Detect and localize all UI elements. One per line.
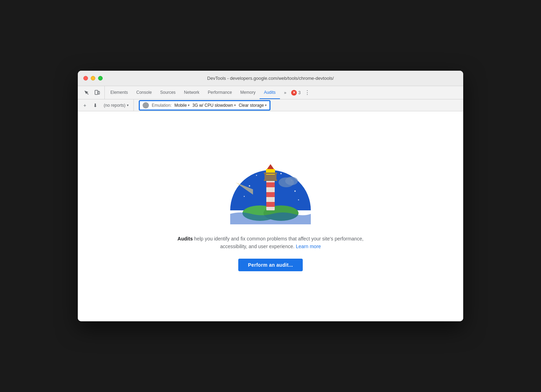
tabs-list: Elements Console Sources Network Perform…: [105, 86, 281, 99]
svg-point-11: [288, 169, 289, 170]
svg-rect-19: [266, 182, 275, 187]
description-body: help you identify and fix common problem…: [193, 236, 363, 249]
svg-rect-21: [266, 202, 275, 207]
learn-more-link[interactable]: Learn more: [296, 244, 321, 249]
mobile-dropdown-arrow: ▾: [188, 103, 190, 107]
maximize-button[interactable]: [98, 76, 103, 80]
svg-rect-20: [266, 192, 275, 197]
import-report-button[interactable]: ⬇: [91, 101, 100, 110]
description-container: Audits help you identify and fix common …: [169, 235, 372, 251]
error-badge-container: ✕ 3: [289, 86, 303, 99]
more-tabs-button[interactable]: »: [281, 86, 289, 99]
tab-performance[interactable]: Performance: [204, 86, 236, 99]
perform-audit-button[interactable]: Perform an audit...: [238, 259, 303, 271]
window-title: DevTools - developers.google.com/web/too…: [207, 76, 334, 81]
description-bold: Audits: [178, 236, 193, 241]
devtools-menu-button[interactable]: ⋮: [303, 88, 312, 97]
svg-point-10: [298, 199, 299, 200]
toolbar-left: + ⬇ (no reports) ▾: [81, 99, 134, 111]
tab-network[interactable]: Network: [180, 86, 204, 99]
reports-dropdown-arrow: ▾: [127, 103, 129, 107]
network-dropdown-arrow: ▾: [234, 103, 236, 107]
svg-point-5: [256, 175, 257, 176]
run-icon: [143, 102, 149, 108]
emulation-label: Emulation:: [152, 103, 172, 108]
emulation-highlight-box: Emulation: Mobile ▾ 3G w/ CPU slowdown ▾…: [139, 100, 270, 111]
close-button[interactable]: [83, 76, 88, 80]
svg-point-4: [249, 185, 250, 187]
error-icon: ✕: [291, 90, 297, 96]
mobile-dropdown[interactable]: Mobile ▾: [174, 103, 190, 108]
add-report-button[interactable]: +: [81, 101, 89, 110]
titlebar: DevTools - developers.google.com/web/too…: [78, 71, 463, 86]
tab-elements[interactable]: Elements: [106, 86, 132, 99]
svg-point-8: [294, 190, 296, 192]
traffic-lights: [83, 76, 103, 80]
clear-storage-dropdown[interactable]: Clear storage ▾: [239, 103, 267, 108]
devtools-tab-bar: Elements Console Sources Network Perform…: [78, 86, 463, 99]
device-toolbar-icon[interactable]: [93, 88, 102, 97]
minimize-button[interactable]: [91, 76, 95, 80]
audits-toolbar: + ⬇ (no reports) ▾ Emulation: Mobile ▾ 3…: [78, 99, 463, 111]
lighthouse-illustration: [221, 154, 320, 224]
svg-rect-1: [98, 91, 100, 94]
tab-memory[interactable]: Memory: [236, 86, 260, 99]
svg-rect-0: [95, 90, 98, 94]
network-dropdown[interactable]: 3G w/ CPU slowdown ▾: [192, 103, 236, 108]
inspect-icon[interactable]: [82, 88, 91, 97]
svg-point-14: [285, 177, 298, 185]
clear-storage-dropdown-arrow: ▾: [265, 103, 267, 107]
tab-audits[interactable]: Audits: [260, 86, 280, 99]
svg-rect-25: [264, 180, 277, 181]
tab-console[interactable]: Console: [132, 86, 156, 99]
audits-content: Audits help you identify and fix common …: [78, 111, 463, 321]
error-count: 3: [298, 90, 301, 95]
tab-sources[interactable]: Sources: [156, 86, 180, 99]
tab-toolbar-icons: [79, 86, 105, 99]
devtools-window: DevTools - developers.google.com/web/too…: [78, 71, 463, 321]
svg-point-9: [244, 196, 245, 197]
svg-point-6: [280, 173, 282, 174]
reports-dropdown[interactable]: (no reports) ▾: [102, 102, 131, 108]
svg-point-12: [240, 178, 241, 180]
toolbar-right: Emulation: Mobile ▾ 3G w/ CPU slowdown ▾…: [136, 100, 460, 111]
svg-rect-26: [264, 173, 277, 174]
svg-marker-24: [267, 164, 274, 169]
